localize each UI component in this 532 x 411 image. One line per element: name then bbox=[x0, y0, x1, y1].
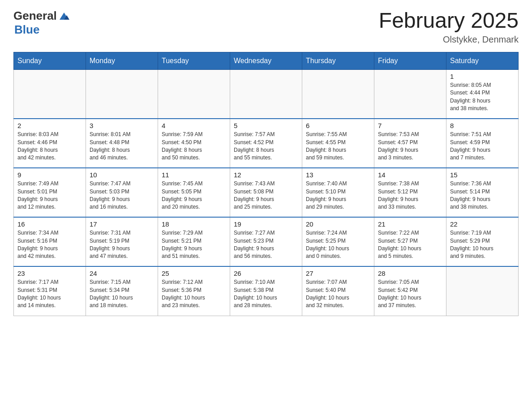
day-number: 21 bbox=[378, 220, 442, 228]
calendar-day-cell: 15Sunrise: 7:36 AMSunset: 5:14 PMDayligh… bbox=[446, 168, 519, 217]
day-number: 25 bbox=[162, 270, 226, 277]
calendar-day-header: Thursday bbox=[302, 52, 374, 69]
calendar-week-row: 2Sunrise: 8:03 AMSunset: 4:46 PMDaylight… bbox=[14, 119, 519, 168]
calendar-day-cell: 9Sunrise: 7:49 AMSunset: 5:01 PMDaylight… bbox=[14, 168, 86, 217]
calendar-day-cell: 19Sunrise: 7:27 AMSunset: 5:23 PMDayligh… bbox=[230, 217, 302, 266]
day-number: 23 bbox=[17, 270, 82, 277]
calendar-day-cell: 20Sunrise: 7:24 AMSunset: 5:25 PMDayligh… bbox=[302, 217, 374, 266]
day-number: 3 bbox=[90, 122, 154, 129]
calendar-day-cell bbox=[302, 69, 374, 119]
calendar-day-cell: 27Sunrise: 7:07 AMSunset: 5:40 PMDayligh… bbox=[302, 266, 374, 316]
day-info: Sunrise: 7:51 AMSunset: 4:59 PMDaylight:… bbox=[450, 131, 515, 162]
logo-general-text: General bbox=[13, 9, 57, 23]
calendar-day-header: Sunday bbox=[14, 52, 86, 69]
calendar-week-row: 23Sunrise: 7:17 AMSunset: 5:31 PMDayligh… bbox=[14, 266, 519, 316]
day-info: Sunrise: 7:07 AMSunset: 5:40 PMDaylight:… bbox=[306, 278, 370, 310]
calendar-header-row: SundayMondayTuesdayWednesdayThursdayFrid… bbox=[14, 52, 519, 69]
calendar-day-cell: 14Sunrise: 7:38 AMSunset: 5:12 PMDayligh… bbox=[374, 168, 446, 217]
calendar-week-row: 1Sunrise: 8:05 AMSunset: 4:44 PMDaylight… bbox=[14, 69, 519, 119]
day-info: Sunrise: 7:10 AMSunset: 5:38 PMDaylight:… bbox=[234, 278, 298, 310]
calendar-day-cell: 2Sunrise: 8:03 AMSunset: 4:46 PMDaylight… bbox=[14, 119, 86, 168]
day-info: Sunrise: 7:38 AMSunset: 5:12 PMDaylight:… bbox=[378, 180, 442, 211]
day-number: 22 bbox=[450, 220, 515, 228]
calendar-day-cell: 10Sunrise: 7:47 AMSunset: 5:03 PMDayligh… bbox=[86, 168, 158, 217]
calendar-day-cell: 16Sunrise: 7:34 AMSunset: 5:16 PMDayligh… bbox=[14, 217, 86, 266]
calendar-day-cell: 22Sunrise: 7:19 AMSunset: 5:29 PMDayligh… bbox=[446, 217, 519, 266]
day-number: 11 bbox=[162, 171, 226, 179]
day-number: 2 bbox=[17, 122, 82, 129]
day-info: Sunrise: 7:40 AMSunset: 5:10 PMDaylight:… bbox=[306, 180, 370, 211]
calendar-day-cell bbox=[446, 266, 519, 316]
day-number: 8 bbox=[450, 122, 515, 129]
logo-blue-text: Blue bbox=[14, 23, 39, 37]
day-number: 5 bbox=[234, 122, 298, 129]
day-number: 18 bbox=[162, 220, 226, 228]
calendar-day-cell bbox=[374, 69, 446, 119]
day-info: Sunrise: 8:01 AMSunset: 4:48 PMDaylight:… bbox=[90, 131, 154, 162]
day-info: Sunrise: 7:43 AMSunset: 5:08 PMDaylight:… bbox=[234, 180, 298, 211]
calendar-day-cell: 23Sunrise: 7:17 AMSunset: 5:31 PMDayligh… bbox=[14, 266, 86, 316]
day-info: Sunrise: 7:55 AMSunset: 4:55 PMDaylight:… bbox=[306, 131, 370, 162]
day-number: 12 bbox=[234, 171, 298, 179]
day-number: 9 bbox=[17, 171, 82, 179]
day-info: Sunrise: 7:49 AMSunset: 5:01 PMDaylight:… bbox=[17, 180, 82, 211]
day-number: 10 bbox=[90, 171, 154, 179]
day-number: 26 bbox=[234, 270, 298, 277]
day-number: 16 bbox=[17, 220, 82, 228]
day-info: Sunrise: 7:19 AMSunset: 5:29 PMDaylight:… bbox=[450, 229, 515, 261]
month-title: February 2025 bbox=[379, 9, 519, 33]
day-info: Sunrise: 7:12 AMSunset: 5:36 PMDaylight:… bbox=[162, 278, 226, 310]
calendar-table: SundayMondayTuesdayWednesdayThursdayFrid… bbox=[13, 52, 519, 316]
day-number: 1 bbox=[450, 73, 515, 80]
calendar-day-cell: 6Sunrise: 7:55 AMSunset: 4:55 PMDaylight… bbox=[302, 119, 374, 168]
day-info: Sunrise: 7:47 AMSunset: 5:03 PMDaylight:… bbox=[90, 180, 154, 211]
day-info: Sunrise: 7:34 AMSunset: 5:16 PMDaylight:… bbox=[17, 229, 82, 261]
day-number: 28 bbox=[378, 270, 442, 277]
calendar-day-cell: 18Sunrise: 7:29 AMSunset: 5:21 PMDayligh… bbox=[158, 217, 230, 266]
calendar-day-cell: 25Sunrise: 7:12 AMSunset: 5:36 PMDayligh… bbox=[158, 266, 230, 316]
day-number: 13 bbox=[306, 171, 370, 179]
calendar-day-header: Wednesday bbox=[230, 52, 302, 69]
day-number: 15 bbox=[450, 171, 515, 179]
day-info: Sunrise: 7:59 AMSunset: 4:50 PMDaylight:… bbox=[162, 131, 226, 162]
calendar-day-cell: 28Sunrise: 7:05 AMSunset: 5:42 PMDayligh… bbox=[374, 266, 446, 316]
day-info: Sunrise: 8:05 AMSunset: 4:44 PMDaylight:… bbox=[450, 81, 515, 113]
logo-icon bbox=[58, 10, 70, 22]
calendar-day-cell: 26Sunrise: 7:10 AMSunset: 5:38 PMDayligh… bbox=[230, 266, 302, 316]
day-info: Sunrise: 7:57 AMSunset: 4:52 PMDaylight:… bbox=[234, 131, 298, 162]
calendar-week-row: 9Sunrise: 7:49 AMSunset: 5:01 PMDaylight… bbox=[14, 168, 519, 217]
day-number: 27 bbox=[306, 270, 370, 277]
logo: General Blue bbox=[13, 9, 70, 37]
day-number: 24 bbox=[90, 270, 154, 277]
calendar-day-cell: 24Sunrise: 7:15 AMSunset: 5:34 PMDayligh… bbox=[86, 266, 158, 316]
calendar-day-cell: 13Sunrise: 7:40 AMSunset: 5:10 PMDayligh… bbox=[302, 168, 374, 217]
calendar-day-cell: 1Sunrise: 8:05 AMSunset: 4:44 PMDaylight… bbox=[446, 69, 519, 119]
calendar-day-cell: 7Sunrise: 7:53 AMSunset: 4:57 PMDaylight… bbox=[374, 119, 446, 168]
title-area: February 2025 Olstykke, Denmark bbox=[379, 9, 519, 45]
calendar-day-header: Tuesday bbox=[158, 52, 230, 69]
calendar-week-row: 16Sunrise: 7:34 AMSunset: 5:16 PMDayligh… bbox=[14, 217, 519, 266]
day-number: 19 bbox=[234, 220, 298, 228]
calendar-day-cell: 11Sunrise: 7:45 AMSunset: 5:05 PMDayligh… bbox=[158, 168, 230, 217]
day-number: 20 bbox=[306, 220, 370, 228]
day-info: Sunrise: 7:17 AMSunset: 5:31 PMDaylight:… bbox=[17, 278, 82, 310]
calendar-day-cell: 21Sunrise: 7:22 AMSunset: 5:27 PMDayligh… bbox=[374, 217, 446, 266]
day-info: Sunrise: 7:29 AMSunset: 5:21 PMDaylight:… bbox=[162, 229, 226, 261]
day-info: Sunrise: 7:15 AMSunset: 5:34 PMDaylight:… bbox=[90, 278, 154, 310]
calendar-day-header: Saturday bbox=[446, 52, 519, 69]
day-info: Sunrise: 7:22 AMSunset: 5:27 PMDaylight:… bbox=[378, 229, 442, 261]
day-number: 14 bbox=[378, 171, 442, 179]
day-number: 17 bbox=[90, 220, 154, 228]
calendar-day-cell: 3Sunrise: 8:01 AMSunset: 4:48 PMDaylight… bbox=[86, 119, 158, 168]
calendar-day-cell bbox=[230, 69, 302, 119]
day-info: Sunrise: 7:24 AMSunset: 5:25 PMDaylight:… bbox=[306, 229, 370, 261]
day-info: Sunrise: 7:05 AMSunset: 5:42 PMDaylight:… bbox=[378, 278, 442, 310]
day-info: Sunrise: 7:27 AMSunset: 5:23 PMDaylight:… bbox=[234, 229, 298, 261]
calendar-day-cell bbox=[158, 69, 230, 119]
calendar-day-cell bbox=[86, 69, 158, 119]
day-number: 6 bbox=[306, 122, 370, 129]
day-info: Sunrise: 7:36 AMSunset: 5:14 PMDaylight:… bbox=[450, 180, 515, 211]
calendar-day-header: Monday bbox=[86, 52, 158, 69]
calendar-day-cell: 4Sunrise: 7:59 AMSunset: 4:50 PMDaylight… bbox=[158, 119, 230, 168]
calendar-day-cell: 12Sunrise: 7:43 AMSunset: 5:08 PMDayligh… bbox=[230, 168, 302, 217]
